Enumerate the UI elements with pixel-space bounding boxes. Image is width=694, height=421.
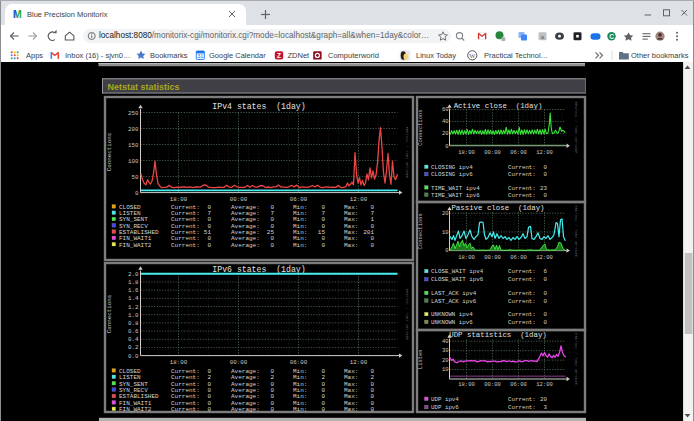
svg-text:1.0: 1.0 [128, 312, 139, 319]
svg-text:06:00: 06:00 [510, 149, 527, 156]
svg-text:CLOSING ipv4: CLOSING ipv4 [431, 164, 473, 171]
svg-text:20: 20 [442, 357, 449, 364]
svg-text:IPv4 states (1day): IPv4 states (1day) [212, 102, 305, 111]
svg-text:0: 0 [544, 290, 548, 297]
svg-text:06:00: 06:00 [510, 254, 527, 261]
svg-text:10: 10 [442, 229, 449, 236]
svg-text:60: 60 [442, 106, 449, 113]
svg-text:Min:: Min: [293, 242, 307, 249]
svg-text:Current:: Current: [508, 396, 536, 403]
svg-text:1.8: 1.8 [128, 279, 139, 286]
svg-text:0: 0 [445, 143, 448, 150]
svg-text:LAST_ACK ipv6: LAST_ACK ipv6 [431, 298, 477, 305]
svg-text:10: 10 [442, 366, 449, 373]
svg-text:RRDTOOL / TOBI OETIKER: RRDTOOL / TOBI OETIKER [405, 127, 409, 179]
svg-text:Connections: Connections [106, 295, 113, 333]
svg-text:Netstat statistics: Netstat statistics [108, 82, 180, 92]
svg-text:0.2: 0.2 [128, 344, 139, 351]
svg-text:Connections: Connections [417, 213, 424, 249]
svg-text:12:00: 12:00 [350, 196, 368, 203]
svg-text:20: 20 [442, 210, 449, 217]
svg-text:1.2: 1.2 [128, 304, 139, 311]
svg-text:40: 40 [442, 338, 449, 345]
svg-text:Max:: Max: [344, 242, 358, 249]
svg-text:LAST_ACK ipv4: LAST_ACK ipv4 [431, 290, 477, 297]
svg-text:Average:: Average: [231, 406, 260, 413]
svg-text:Current:: Current: [508, 276, 536, 283]
svg-text:0: 0 [544, 319, 548, 326]
svg-text:UDP ipv6: UDP ipv6 [431, 404, 459, 411]
svg-text:30: 30 [442, 347, 449, 354]
svg-text:Current:: Current: [508, 311, 536, 318]
svg-text:20: 20 [442, 130, 449, 137]
svg-text:40: 40 [442, 118, 449, 125]
svg-text:3: 3 [544, 404, 548, 411]
svg-text:RRDTOOL / TOBI OETIKER: RRDTOOL / TOBI OETIKER [405, 289, 409, 341]
svg-text:C: C [609, 33, 614, 40]
svg-text:250: 250 [128, 110, 139, 117]
svg-text:Z: Z [277, 52, 281, 59]
svg-text:Current:: Current: [171, 406, 200, 413]
svg-text:Current:: Current: [508, 298, 536, 305]
svg-text:Current:: Current: [508, 185, 536, 192]
svg-text:Max:: Max: [344, 406, 358, 413]
svg-text:RRDTOOL / TOBI OETIKER: RRDTOOL / TOBI OETIKER [574, 205, 578, 257]
svg-text:UDP ipv4: UDP ipv4 [431, 396, 459, 403]
svg-text:23: 23 [540, 185, 547, 192]
svg-text:0: 0 [207, 242, 211, 249]
svg-text:20: 20 [540, 396, 547, 403]
svg-text:200: 200 [128, 126, 139, 133]
svg-text:00:00: 00:00 [484, 149, 501, 156]
svg-text:1.4: 1.4 [128, 295, 139, 302]
svg-text:12:00: 12:00 [350, 359, 368, 366]
svg-text:0.8: 0.8 [128, 320, 139, 327]
svg-text:1.6: 1.6 [128, 287, 139, 294]
svg-text:Current:: Current: [508, 319, 536, 326]
svg-text:18:00: 18:00 [170, 359, 188, 366]
svg-text:00:00: 00:00 [484, 254, 501, 261]
svg-text:18:00: 18:00 [458, 149, 475, 156]
svg-text:RRDTOOL / TOBI OETIKER: RRDTOOL / TOBI OETIKER [574, 102, 578, 154]
svg-text:UDP statistics (1day): UDP statistics (1day) [449, 331, 547, 339]
svg-text:0: 0 [370, 406, 374, 413]
svg-text:FIN_WAIT2: FIN_WAIT2 [119, 242, 152, 249]
svg-text:18:00: 18:00 [458, 254, 475, 261]
svg-text:0: 0 [544, 276, 548, 283]
svg-text:00:00: 00:00 [230, 196, 248, 203]
svg-text:12:00: 12:00 [536, 381, 553, 388]
svg-text:Current:: Current: [508, 192, 536, 199]
svg-text:Average:: Average: [231, 242, 260, 249]
svg-text:Current:: Current: [508, 404, 536, 411]
svg-text:18:00: 18:00 [170, 196, 188, 203]
svg-text:0: 0 [370, 242, 374, 249]
svg-text:Current:: Current: [508, 290, 536, 297]
svg-text:18:00: 18:00 [458, 381, 475, 388]
svg-text:06:00: 06:00 [290, 359, 308, 366]
svg-text:2.0: 2.0 [128, 271, 139, 278]
svg-text:12:00: 12:00 [536, 149, 553, 156]
svg-text:UNKNOWN ipv6: UNKNOWN ipv6 [431, 319, 473, 326]
svg-text:Listen: Listen [417, 349, 424, 369]
svg-text:0: 0 [544, 164, 548, 171]
svg-text:Active close (1day): Active close (1day) [454, 102, 543, 110]
svg-text:0.0: 0.0 [128, 353, 139, 360]
svg-text:6: 6 [544, 268, 548, 275]
svg-text:0.6: 0.6 [128, 328, 139, 335]
svg-text:Passive close (1day): Passive close (1day) [451, 204, 544, 212]
svg-text:W: W [469, 52, 476, 59]
svg-text:UNKNOWN ipv4: UNKNOWN ipv4 [431, 311, 473, 318]
svg-text:IPv6 states (1day): IPv6 states (1day) [212, 265, 305, 274]
svg-text:FIN_WAIT2: FIN_WAIT2 [119, 406, 152, 413]
svg-text:TIME_WAIT ipv6: TIME_WAIT ipv6 [431, 192, 480, 199]
svg-text:0: 0 [135, 190, 139, 197]
svg-text:0: 0 [544, 192, 548, 199]
svg-text:0: 0 [321, 242, 325, 249]
svg-text:100: 100 [128, 158, 139, 165]
svg-text:00:00: 00:00 [484, 381, 501, 388]
svg-text:31: 31 [197, 53, 203, 59]
svg-text:Current:: Current: [508, 171, 536, 178]
svg-text:0: 0 [445, 247, 448, 254]
svg-text:CLOSE_WAIT ipv6: CLOSE_WAIT ipv6 [431, 276, 484, 283]
svg-text:0: 0 [207, 406, 211, 413]
svg-text:Connections: Connections [106, 133, 113, 171]
